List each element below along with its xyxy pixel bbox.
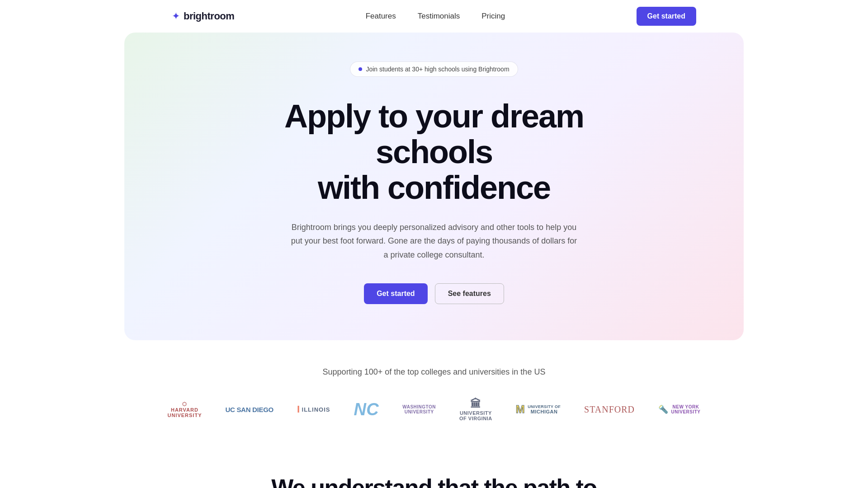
- hero-title-line2: with confidence: [318, 169, 550, 206]
- bottom-title-line1: We understand that the path to college i…: [271, 474, 597, 488]
- bottom-title: We understand that the path to college i…: [231, 474, 637, 488]
- bottom-section: We understand that the path to college i…: [0, 438, 868, 488]
- nav-pricing[interactable]: Pricing: [481, 12, 505, 21]
- hero-subtitle: Brightroom brings you deeply personalize…: [289, 221, 579, 262]
- logo-uva: 🏛 UNIVERSITYOF VIRGINIA: [459, 399, 492, 420]
- logo-stanford: Stanford: [584, 399, 635, 420]
- universities-section: Supporting 100+ of the top colleges and …: [0, 340, 868, 438]
- hero-buttons: Get started See features: [364, 283, 504, 304]
- nav-testimonials[interactable]: Testimonials: [418, 12, 460, 21]
- nav-links: Features Testimonials Pricing: [366, 12, 505, 21]
- logo-text: brightroom: [184, 10, 234, 22]
- nav-features[interactable]: Features: [366, 12, 396, 21]
- hero-title-line1: Apply to your dream schools: [284, 98, 584, 170]
- nav-get-started-button[interactable]: Get started: [637, 7, 696, 26]
- hero-see-features-button[interactable]: See features: [435, 283, 504, 304]
- logo[interactable]: ✦ brightroom: [172, 10, 234, 22]
- logo-harvard: ⬡ HARVARDUNIVERSITY: [167, 399, 202, 420]
- hero-badge: Join students at 30+ high schools using …: [350, 61, 518, 77]
- logo-michigan: M UNIVERSITY OF MICHIGAN: [516, 399, 561, 420]
- badge-dot: [359, 67, 362, 71]
- logo-ucsd: UC San Diego: [225, 399, 273, 420]
- badge-text: Join students at 30+ high schools using …: [366, 66, 509, 73]
- logo-uw: Washington University: [402, 399, 436, 420]
- logo-illinois: I ILLINOIS: [297, 399, 330, 420]
- hero-title: Apply to your dream schools with confide…: [249, 99, 619, 206]
- navbar: ✦ brightroom Features Testimonials Prici…: [0, 0, 868, 33]
- hero-section: Join students at 30+ high schools using …: [0, 33, 868, 340]
- hero-card: Join students at 30+ high schools using …: [124, 33, 744, 340]
- logo-unc: NC: [354, 399, 379, 420]
- logos-row: ⬡ HARVARDUNIVERSITY UC San Diego I ILLIN…: [0, 399, 868, 420]
- supporting-title: Supporting 100+ of the top colleges and …: [0, 367, 868, 377]
- logo-nyu: 🔦 NEW YORK UNIVERSITY: [658, 399, 701, 420]
- logo-icon: ✦: [172, 10, 180, 22]
- hero-get-started-button[interactable]: Get started: [364, 283, 427, 304]
